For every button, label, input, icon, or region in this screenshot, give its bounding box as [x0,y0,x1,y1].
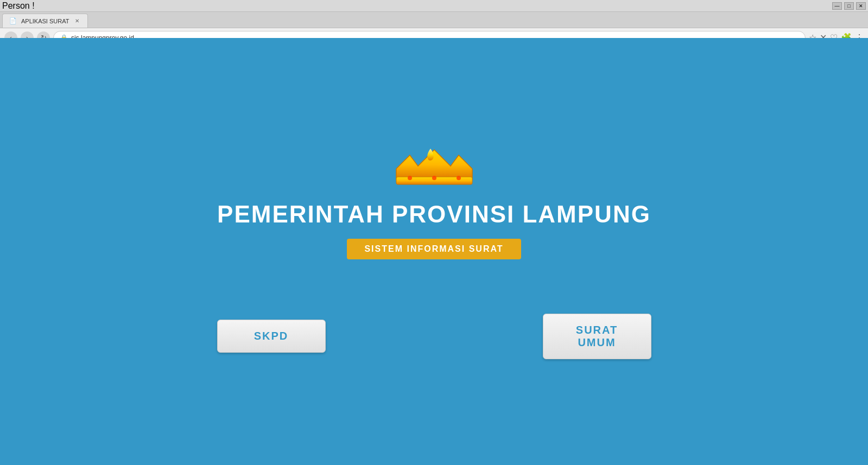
tab-close-button[interactable]: ✕ [73,17,81,25]
window-controls: — □ ✕ [832,2,866,10]
maximize-button[interactable]: □ [844,2,854,10]
person-label: Person ! [2,1,35,11]
subtitle-badge: SISTEM INFORMASI SURAT [347,239,521,259]
crown-logo [385,144,483,188]
logo-container [385,144,483,190]
minimize-button[interactable]: — [832,2,842,10]
browser-chrome: Person ! — □ ✕ 📄 APLIKASI SURAT ✕ ‹ › ↻ … [0,0,868,38]
svg-point-3 [457,176,461,180]
tab-bar: 📄 APLIKASI SURAT ✕ [0,12,868,28]
main-content: PEMERINTAH PROVINSI LAMPUNG SISTEM INFOR… [0,38,868,465]
tab-label: APLIKASI SURAT [21,18,69,24]
page-title: PEMERINTAH PROVINSI LAMPUNG [217,201,651,228]
surat-umum-button[interactable]: SURAT UMUM [543,314,651,359]
svg-point-1 [408,176,412,180]
close-window-button[interactable]: ✕ [856,2,866,10]
buttons-row: SKPD SURAT UMUM [217,314,651,359]
skpd-button[interactable]: SKPD [217,320,326,353]
svg-point-2 [432,176,436,180]
title-bar-left: Person ! [2,1,35,11]
title-bar: Person ! — □ ✕ [0,0,868,12]
active-tab[interactable]: 📄 APLIKASI SURAT ✕ [2,14,88,28]
tab-icon: 📄 [9,17,17,24]
